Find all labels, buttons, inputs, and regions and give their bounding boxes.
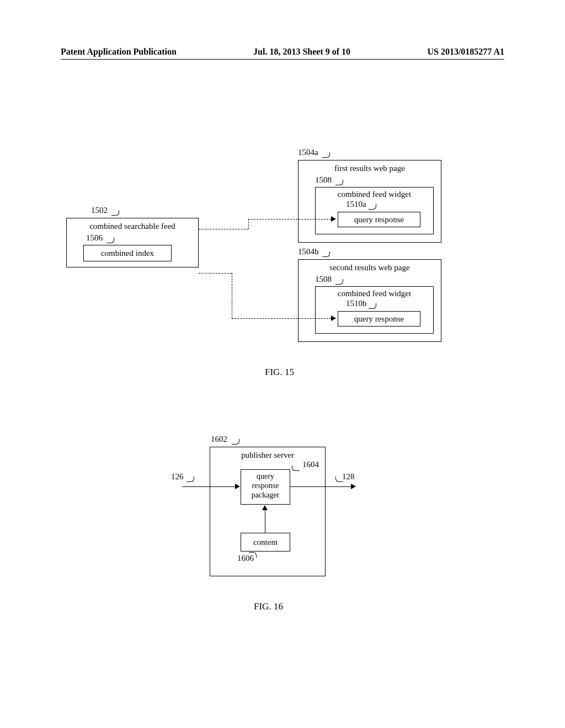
qrp-l3: packager — [241, 491, 290, 500]
leader-1502 — [111, 210, 119, 216]
leader-1602 — [232, 439, 239, 445]
combined-index-box: combined index — [83, 245, 172, 261]
query-response-packager-box: query response packager — [241, 469, 290, 505]
ref-1502: 1502 — [91, 206, 108, 215]
arrow-126-line — [182, 486, 235, 487]
ref-1602: 1602 — [211, 435, 227, 444]
content-label: content — [253, 538, 278, 547]
query-response-a: query response — [338, 212, 420, 227]
dash-conn-bot-h2 — [232, 318, 331, 319]
header-right: US 2013/0185277 A1 — [427, 47, 504, 57]
arrow-top — [331, 216, 336, 222]
combined-searchable-feed-box: combined searchable feed 1506 combined i… — [66, 218, 199, 267]
ps-label: publisher server — [210, 451, 325, 460]
ref-1606: 1606 — [237, 554, 254, 563]
leader-1508-b — [335, 279, 343, 285]
leader-1504b — [322, 251, 330, 257]
combined-index-label: combined index — [101, 249, 154, 258]
qr-label-a: query response — [354, 215, 404, 224]
dash-conn-top-h1 — [199, 229, 248, 229]
leader-1510a — [369, 204, 376, 210]
leader-1508-a — [335, 180, 343, 185]
ref-1504b: 1504b — [298, 247, 319, 256]
ref-1506: 1506 — [86, 233, 103, 243]
qrp-l1: query — [241, 472, 290, 481]
combined-feed-widget-a: combined feed widget 1510a query respons… — [315, 187, 434, 234]
ref-1508-a: 1508 — [315, 175, 332, 185]
first-results-web-page-box: first results web page 1508 combined fee… — [298, 160, 441, 243]
page-header: Patent Application Publication Jul. 18, … — [61, 47, 504, 60]
arrow-content-to-qrp-line — [265, 510, 265, 533]
dash-conn-top-h2 — [248, 219, 331, 220]
ref-1510b: 1510b — [346, 299, 367, 308]
qr-label-b: query response — [354, 314, 404, 323]
leader-1504a — [322, 152, 330, 158]
srwp-label: second results web page — [299, 263, 441, 272]
ref-1510a: 1510a — [346, 200, 366, 209]
ref-1504a: 1504a — [298, 148, 318, 157]
dash-conn-bot-h1 — [199, 273, 232, 274]
ref-1604: 1604 — [302, 460, 319, 469]
fig16-caption: FIG. 16 — [254, 601, 283, 612]
arrow-126-head — [235, 484, 240, 489]
second-results-web-page-box: second results web page 1508 combined fe… — [298, 259, 441, 342]
fig15-caption: FIG. 15 — [265, 367, 294, 378]
ref-1508-b: 1508 — [315, 275, 332, 284]
combined-feed-widget-b: combined feed widget 1510b query respons… — [315, 286, 434, 334]
figure-16: 1602 publisher server query response pac… — [166, 441, 397, 618]
arrow-bot — [331, 315, 336, 321]
csf-label: combined searchable feed — [67, 222, 198, 231]
frwp-label: first results web page — [299, 164, 441, 173]
query-response-b: query response — [338, 311, 420, 326]
leader-1510b — [369, 303, 376, 309]
leader-1506 — [106, 238, 114, 243]
cfw-label-a: combined feed widget — [316, 190, 433, 199]
leader-128 — [335, 477, 343, 482]
cfw-label-b: combined feed widget — [316, 289, 433, 298]
ref-128: 128 — [342, 472, 355, 481]
figure-15: 1502 combined searchable feed 1506 combi… — [66, 154, 497, 375]
arrow-128-line — [290, 486, 351, 487]
arrow-content-to-qrp-head — [262, 505, 268, 510]
ref-126: 126 — [171, 472, 184, 481]
arrow-128-head — [351, 484, 356, 489]
leader-126 — [186, 477, 194, 482]
dash-conn-bot-v — [232, 273, 232, 318]
qrp-l2: response — [241, 481, 290, 491]
content-box: content — [241, 533, 290, 552]
leader-1604 — [292, 465, 300, 471]
dash-conn-top-v — [248, 219, 249, 229]
header-left: Patent Application Publication — [61, 47, 177, 57]
header-center: Jul. 18, 2013 Sheet 9 of 10 — [253, 47, 350, 57]
